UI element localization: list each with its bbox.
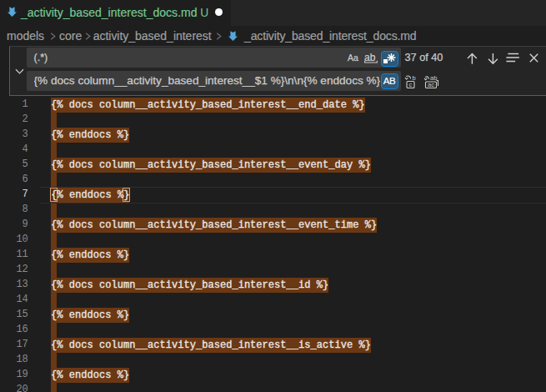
svg-text:b: b bbox=[413, 75, 416, 82]
svg-text:c: c bbox=[409, 81, 413, 88]
svg-text:ac: ac bbox=[428, 81, 434, 88]
